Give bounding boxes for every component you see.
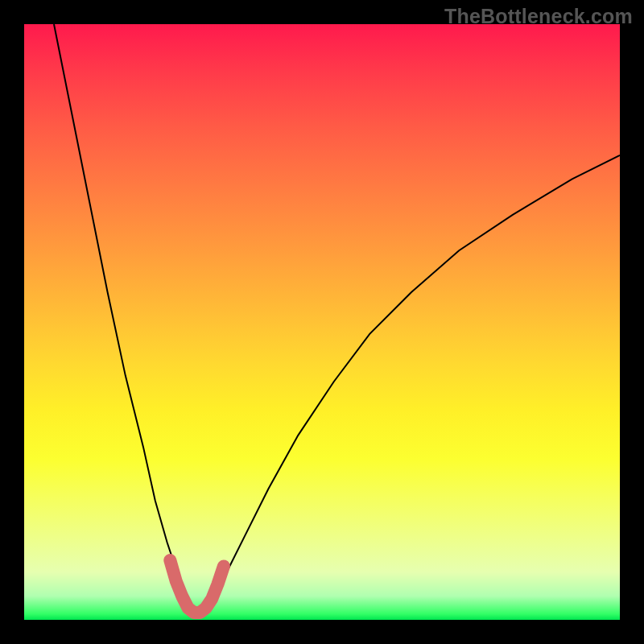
chart-frame: TheBottleneck.com bbox=[0, 0, 644, 644]
plot-area bbox=[24, 24, 620, 620]
watermark-text: TheBottleneck.com bbox=[444, 5, 633, 28]
highlight-minimum bbox=[170, 560, 224, 613]
curve-layer bbox=[24, 24, 620, 620]
bottleneck-curve bbox=[54, 24, 620, 611]
